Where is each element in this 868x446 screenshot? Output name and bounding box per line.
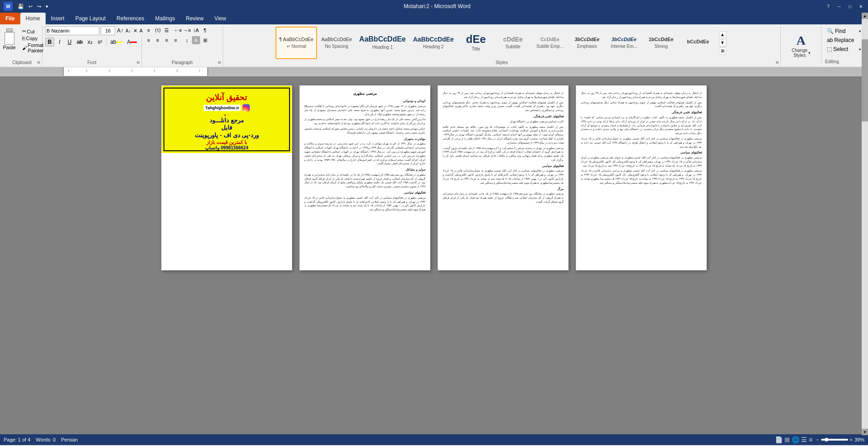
increase-indent-button[interactable]: →≡ (183, 26, 191, 34)
redo-button[interactable]: ↪ (36, 3, 42, 10)
borders-button[interactable]: ⊞ (201, 36, 209, 44)
font-size-input[interactable] (101, 26, 115, 35)
paragraph-expand[interactable]: ⧉ (217, 60, 222, 65)
tab-view[interactable]: View (209, 13, 232, 24)
select-button[interactable]: ⬚ Select ▾ (825, 45, 863, 53)
tab-references[interactable]: References (111, 13, 149, 24)
font-color-button[interactable]: A (125, 37, 139, 46)
paste-button[interactable]: Paste (0, 27, 20, 51)
scroll-track (862, 19, 868, 429)
draft-button[interactable]: ≡ (809, 436, 812, 443)
justify-button[interactable]: ≡ (172, 36, 180, 44)
tab-file[interactable]: File (0, 13, 20, 24)
page-2-section-2: مهاجرت به‌تهران (304, 137, 425, 141)
word-icon: W (4, 2, 13, 11)
font-size-up-button[interactable]: A↑ (117, 27, 124, 35)
tab-review[interactable]: Review (180, 13, 209, 24)
multilevel-list-button[interactable]: ☰ (163, 26, 171, 34)
align-left-button[interactable]: ≡ (145, 36, 153, 44)
separator (106, 37, 107, 46)
page-2-para-6: مرتضی مطهری در فعالیتهای سیاسی در کنار آ… (304, 196, 425, 212)
align-center-button[interactable]: ≡ (154, 36, 162, 44)
print-layout-button[interactable]: 📄 (775, 436, 783, 443)
styles-down-button[interactable]: ▼ (719, 39, 726, 46)
zoom-in-button[interactable]: + (850, 437, 853, 442)
style-bcc[interactable]: bCcDdEe (680, 27, 716, 59)
subscript-button[interactable]: x₂ (85, 37, 94, 46)
page-3-intro: از انتقال به زندان موقف خمینه‌ای به همرا… (443, 91, 564, 99)
tab-page-layout[interactable]: Page Layout (70, 13, 111, 24)
font-color-bar (131, 42, 137, 43)
page-1-content: تحقیق آنلاین Tahghighonline.ir ← ◄ مرجع … (162, 86, 292, 153)
style-heading1[interactable]: AaBbCcDdEe Heading 1 (356, 27, 409, 59)
quick-access-toolbar: 💾 ↩ ↪ ▾ (16, 3, 50, 10)
styles-up-button[interactable]: ▲ (719, 31, 726, 38)
style-title[interactable]: dEe Title (458, 27, 494, 59)
superscript-button[interactable]: x² (95, 37, 104, 46)
page-2-para-5: مطهری در شامگاه روز سیزدهم ۱۳۵۸ (اردیبهش… (304, 173, 425, 189)
undo-button[interactable]: ↩ (27, 3, 34, 10)
minimize-button[interactable]: ─ (835, 3, 843, 10)
show-marks-button[interactable]: ¶ (201, 26, 209, 34)
underline-button[interactable]: U (65, 37, 74, 46)
style-strong[interactable]: 1bCcDdEe Strong (643, 27, 679, 59)
outline-button[interactable]: ☰ (801, 436, 807, 443)
select-arrow: ▾ (859, 47, 861, 51)
font-size-down-button[interactable]: A↓ (125, 27, 131, 35)
style-subtle-emphasis[interactable]: CcDdEe Subtle Emp... (532, 27, 568, 59)
full-screen-button[interactable]: ⊞ (784, 436, 790, 443)
copy-button[interactable]: ⎘ Copy (21, 35, 45, 42)
scroll-up-button[interactable]: ▲ (862, 13, 868, 19)
zoom-slider[interactable] (821, 439, 848, 441)
styles-expand[interactable]: ⧉ (775, 60, 779, 65)
numbering-button[interactable]: ⑴ (154, 26, 162, 34)
strikethrough-button[interactable]: ab (75, 37, 84, 46)
web-layout-button[interactable]: 🌐 (792, 436, 799, 443)
maximize-button[interactable]: □ (846, 3, 854, 10)
style-no-spacing-label: No Spacing (325, 44, 349, 49)
close-button[interactable]: ✕ (857, 3, 864, 10)
tab-insert[interactable]: Insert (46, 13, 70, 24)
font-expand[interactable]: ⧉ (136, 60, 140, 65)
find-icon: 🔍 (827, 28, 834, 34)
help-button[interactable]: ? (825, 3, 832, 10)
decrease-indent-button[interactable]: ←≡ (174, 26, 182, 34)
style-intense-emphasis[interactable]: 3bCcDdEe Intense Em... (606, 27, 642, 59)
word-count: Words: 0 (36, 437, 56, 442)
save-button[interactable]: 💾 (16, 3, 25, 10)
bold-button[interactable]: B (45, 37, 54, 46)
clear-format-button[interactable]: ✕ (133, 27, 138, 35)
scroll-thumb[interactable] (862, 39, 868, 121)
styles-more-button[interactable]: ⊞ (719, 47, 726, 55)
change-styles-button[interactable]: A ChangeStyles ▾ (789, 31, 812, 60)
bullets-button[interactable]: ≡ (145, 26, 153, 34)
format-painter-button[interactable]: 🖌 Format Painter (21, 42, 45, 54)
zoom-out-button[interactable]: − (816, 437, 819, 442)
page-number-marker: | (288, 147, 288, 149)
style-emphasis[interactable]: 3bCcDdEe Emphasis (569, 27, 605, 59)
scissors-icon: ✂ (22, 28, 26, 34)
vertical-scrollbar[interactable]: ▲ ▼ (862, 13, 868, 435)
font-name-input[interactable] (45, 26, 99, 35)
cut-button[interactable]: ✂ Cut (21, 28, 45, 35)
sort-button[interactable]: ↕A (192, 26, 200, 34)
tab-home[interactable]: Home (20, 13, 46, 24)
italic-button[interactable]: I (55, 37, 64, 46)
style-strong-label: Strong (654, 44, 667, 49)
style-heading2[interactable]: AaBbCcDdEe Heading 2 (410, 27, 457, 59)
line-spacing-button[interactable]: ↕ (183, 36, 191, 44)
style-normal[interactable]: ¶ AaBbCcDdEe ↵ Normal (275, 27, 317, 59)
align-right-button[interactable]: ≡ (163, 36, 171, 44)
tab-mailings[interactable]: Mailings (149, 13, 180, 24)
scroll-down-button[interactable]: ▼ (862, 429, 868, 435)
page-1: تحقیق آنلاین Tahghighonline.ir ← ◄ مرجع … (161, 85, 292, 270)
customize-quick-access[interactable]: ▾ (44, 3, 50, 10)
shading-button[interactable]: A (192, 36, 200, 44)
style-no-spacing[interactable]: AaBbCcDdEe No Spacing (318, 27, 355, 59)
text-highlight-button[interactable]: ab (108, 37, 124, 46)
page-4-para-1: از انتقال به زندان موقف خمینه‌ای به همرا… (581, 91, 702, 99)
replace-button[interactable]: ab Replace (825, 36, 863, 44)
clipboard-expand[interactable]: ⧉ (37, 60, 41, 65)
style-subtitle[interactable]: cDdEe Subtitle (495, 27, 531, 59)
find-button[interactable]: 🔍 Find ▾ (825, 27, 863, 35)
